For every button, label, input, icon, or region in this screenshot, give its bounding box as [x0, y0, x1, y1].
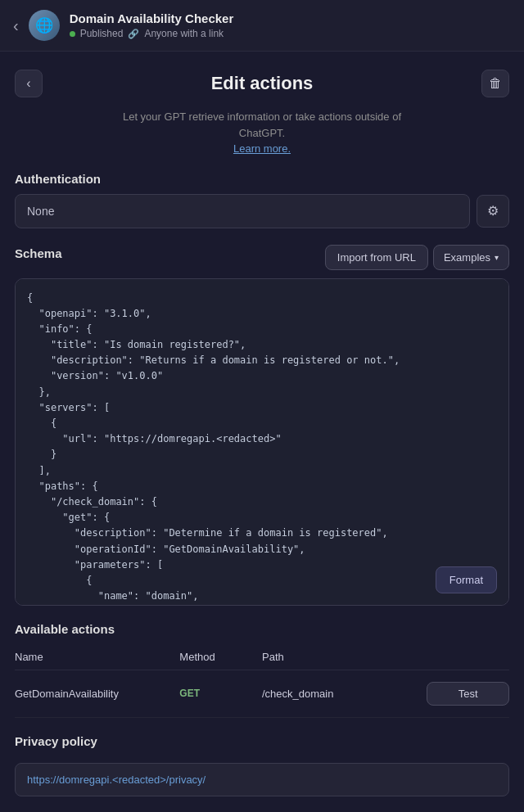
learn-more-link[interactable]: Learn more.: [233, 142, 291, 155]
chevron-down-icon: ▾: [495, 253, 499, 262]
subtitle-line2: ChatGPT.: [239, 127, 285, 139]
authentication-label: Authentication: [15, 172, 509, 186]
status-label: Published: [80, 28, 124, 39]
examples-button[interactable]: Examples ▾: [433, 245, 509, 270]
schema-code-editor[interactable]: { "openapi": "3.1.0", "info": { "title":…: [15, 278, 509, 606]
col-action-header: [427, 651, 509, 663]
app-meta: Published 🔗 Anyone with a link: [70, 28, 234, 39]
auth-input-row: ⚙: [15, 194, 509, 228]
header-nav-row: ‹ Edit actions 🗑: [15, 70, 509, 97]
schema-code-content: { "openapi": "3.1.0", "info": { "title":…: [27, 291, 497, 606]
link-icon: 🔗: [128, 29, 139, 39]
actions-table: Name Method Path GetDomainAvailability G…: [15, 644, 509, 718]
app-avatar-emoji: 🌐: [35, 16, 53, 34]
col-method-header: Method: [179, 651, 262, 663]
import-url-button[interactable]: Import from URL: [325, 245, 428, 270]
authentication-section: Authentication ⚙: [15, 172, 509, 228]
available-actions-label: Available actions: [15, 622, 509, 636]
schema-label: Schema: [15, 246, 62, 260]
privacy-policy-section: Privacy policy: [15, 734, 509, 796]
auth-settings-button[interactable]: ⚙: [477, 195, 509, 228]
schema-actions: Import from URL Examples ▾: [325, 245, 509, 270]
table-header: Name Method Path: [15, 644, 509, 670]
app-title: Domain Availability Checker: [70, 11, 234, 25]
back-button[interactable]: ‹: [15, 70, 43, 97]
edit-actions-header: ‹ Edit actions 🗑 Let your GPT retrieve i…: [15, 52, 509, 172]
col-path-header: Path: [262, 651, 427, 663]
delete-button[interactable]: 🗑: [481, 70, 509, 97]
format-button[interactable]: Format: [436, 566, 497, 593]
action-path: /check_domain: [262, 688, 427, 700]
examples-label: Examples: [444, 251, 490, 264]
status-dot: [70, 31, 75, 37]
schema-header: Schema Import from URL Examples ▾: [15, 245, 509, 270]
link-label: Anyone with a link: [144, 28, 224, 39]
app-avatar: 🌐: [29, 10, 60, 41]
schema-section: Schema Import from URL Examples ▾ { "ope…: [15, 245, 509, 606]
table-row: GetDomainAvailability GET /check_domain …: [15, 670, 509, 718]
page-title: Edit actions: [211, 73, 314, 94]
page-subtitle: Let your GPT retrieve information or tak…: [123, 109, 401, 157]
col-name-header: Name: [15, 651, 179, 663]
privacy-policy-label: Privacy policy: [15, 734, 509, 748]
subtitle-line1: Let your GPT retrieve information or tak…: [123, 111, 401, 123]
available-actions-section: Available actions Name Method Path GetDo…: [15, 622, 509, 718]
main-content: ‹ Edit actions 🗑 Let your GPT retrieve i…: [0, 52, 524, 812]
auth-input[interactable]: [15, 194, 470, 228]
action-name: GetDomainAvailability: [15, 688, 179, 700]
privacy-policy-input[interactable]: [15, 763, 509, 796]
test-button[interactable]: Test: [427, 682, 509, 706]
topbar-back-arrow[interactable]: ‹: [13, 16, 19, 35]
action-method: GET: [179, 688, 262, 699]
gear-icon: ⚙: [487, 203, 499, 219]
top-bar: ‹ 🌐 Domain Availability Checker Publishe…: [0, 0, 524, 52]
app-info: Domain Availability Checker Published 🔗 …: [70, 11, 234, 39]
